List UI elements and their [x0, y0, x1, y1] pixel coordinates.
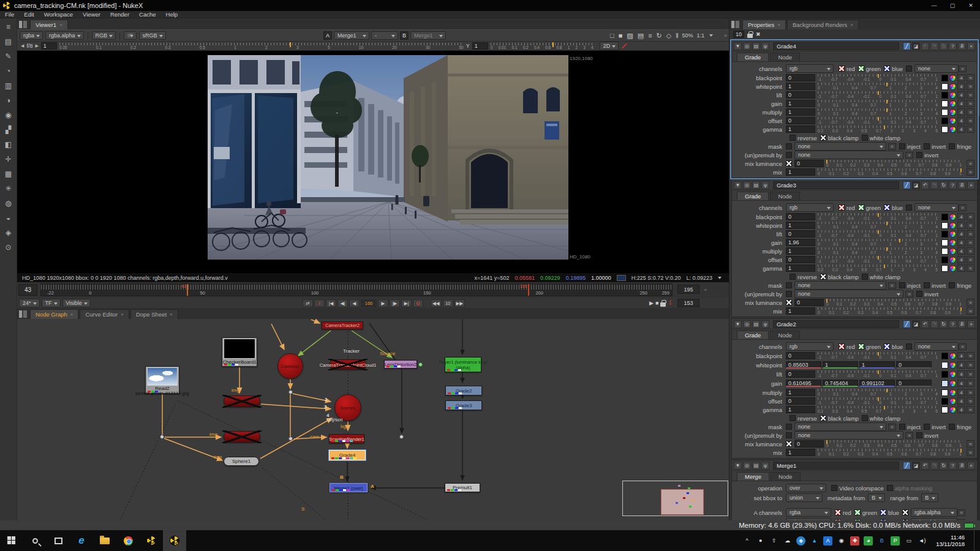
- bbox-select[interactable]: union: [786, 493, 823, 502]
- multiply-slider[interactable]: 00.10.40.71234: [818, 389, 938, 397]
- green-checkbox[interactable]: [858, 204, 864, 211]
- time-node-icon[interactable]: ◔: [2, 66, 15, 76]
- color-swatch[interactable]: [941, 231, 948, 238]
- animation-curve-button[interactable]: ≈: [967, 264, 974, 272]
- jump-back-button[interactable]: ◀◀: [431, 299, 442, 307]
- clock[interactable]: 11:46 13/11/2018: [931, 534, 970, 548]
- views-node-icon[interactable]: ◒: [2, 213, 15, 223]
- a-channels-select[interactable]: rgba: [786, 508, 831, 517]
- tab-close-icon[interactable]: ×: [777, 22, 780, 28]
- color-wheel-icon[interactable]: [949, 118, 956, 124]
- animation-curve-button[interactable]: ≈: [967, 117, 974, 124]
- panel-center-icon[interactable]: ◎: [743, 462, 751, 470]
- multi-value-button[interactable]: 4: [957, 397, 965, 405]
- offset-field[interactable]: 0: [786, 117, 815, 124]
- extra-channel-select[interactable]: none: [914, 203, 959, 212]
- wipe-icon[interactable]: ▨: [627, 32, 633, 40]
- link-button[interactable]: =: [888, 424, 896, 430]
- mask-checkbox[interactable]: [786, 143, 792, 149]
- undo-icon[interactable]: ↶: [921, 181, 929, 189]
- channels-select[interactable]: rgb: [786, 203, 834, 212]
- panel-screengrab-icon[interactable]: ▤: [752, 320, 760, 328]
- annotation-pen-icon[interactable]: [622, 43, 627, 48]
- animation-curve-button[interactable]: ≈: [967, 83, 974, 90]
- tab-close-icon[interactable]: ×: [70, 312, 74, 317]
- color-swatch[interactable]: [941, 126, 948, 133]
- lift-slider[interactable]: -1-0.7-0.4-0.100.10.40.71: [818, 230, 938, 238]
- tab-node[interactable]: Node: [770, 192, 800, 200]
- panel-center-icon[interactable]: ◎: [743, 320, 751, 328]
- node-graph-minimap[interactable]: [622, 481, 728, 516]
- display-channel-select[interactable]: RGB: [92, 31, 116, 40]
- viewer-image[interactable]: [208, 55, 568, 260]
- blackpoint-slider[interactable]: -1-0.7-0.4-0.100.10.40.71: [818, 74, 938, 82]
- mix-luminance-slider[interactable]: 00.10.20.30.40.50.60.70.80.91: [826, 299, 962, 307]
- multi-value-button[interactable]: 4: [957, 256, 965, 263]
- multi-value-button[interactable]: 4: [957, 108, 965, 116]
- lift-field[interactable]: 0: [786, 370, 815, 378]
- checker-background-icon[interactable]: ▤: [638, 32, 644, 40]
- color-swatch[interactable]: [941, 83, 948, 90]
- panel-color-icon[interactable]: ψ: [761, 42, 769, 50]
- nuke-active-taskbar-button[interactable]: [163, 530, 186, 551]
- tab-grade[interactable]: Grade: [737, 53, 769, 61]
- color-wheel-icon[interactable]: [949, 75, 956, 81]
- hidden-icons-chevron[interactable]: ^: [742, 536, 752, 545]
- multi-value-button[interactable]: 4: [957, 222, 965, 229]
- panel-screengrab-icon[interactable]: ▤: [752, 42, 760, 50]
- whitepoint-g-field[interactable]: 1: [823, 361, 858, 369]
- gamma-field[interactable]: 1: [472, 42, 488, 50]
- update-viewer-icon[interactable]: ↻: [657, 32, 662, 40]
- animation-curve-button[interactable]: ≈: [967, 222, 974, 229]
- mix-field[interactable]: 1: [786, 168, 815, 176]
- whitepoint-slider[interactable]: 00.10.40.71234: [818, 222, 938, 230]
- multi-value-button[interactable]: 4: [957, 247, 965, 255]
- fps-select[interactable]: 24*: [19, 299, 40, 307]
- multi-value-button[interactable]: 4: [957, 370, 965, 378]
- color-node-icon[interactable]: ◑: [2, 96, 15, 105]
- whitepoint-field[interactable]: 1: [786, 83, 815, 90]
- animation-curve-button[interactable]: ≈: [967, 74, 974, 81]
- gamma-slider[interactable]: 0.20.30.40.50.712345: [818, 406, 938, 414]
- lift-slider[interactable]: -1-0.7-0.4-0.100.10.40.71: [818, 91, 938, 99]
- mask-view-icon[interactable]: ◪: [912, 320, 920, 328]
- script-icon[interactable]: B: [958, 42, 966, 50]
- undo-icon[interactable]: ↶: [921, 42, 929, 50]
- color-wheel-icon[interactable]: [949, 126, 956, 133]
- help-icon[interactable]: ?: [949, 320, 957, 328]
- animation-curve-button[interactable]: ≈: [967, 449, 974, 456]
- mask-checkbox[interactable]: [786, 424, 792, 430]
- color-swatch[interactable]: [941, 257, 948, 263]
- mask-select[interactable]: none: [794, 422, 886, 431]
- menu-workspace[interactable]: Workspace: [39, 11, 78, 18]
- animation-curve-button[interactable]: ≈: [967, 361, 974, 369]
- alpha-checkbox[interactable]: [906, 204, 912, 211]
- alt-range-field[interactable]: 153: [677, 299, 699, 307]
- menu-help[interactable]: Help: [161, 11, 183, 18]
- jump-forward-button[interactable]: ▶▶: [454, 299, 466, 307]
- close-panel-icon[interactable]: ×: [967, 42, 975, 50]
- menu-viewer[interactable]: Viewer: [78, 11, 105, 18]
- particles-node-icon[interactable]: ✳: [2, 184, 15, 193]
- range-from-select[interactable]: B: [921, 493, 938, 502]
- gamma-slider[interactable]: 0.20.30.40.50.712345: [818, 264, 938, 272]
- tab-close-icon[interactable]: ×: [850, 22, 853, 28]
- tab-dope-sheet[interactable]: Dope Sheet×: [130, 309, 178, 319]
- node-cameratracker2[interactable]: CameraTracker2: [322, 321, 363, 329]
- panel-color-icon[interactable]: ψ: [761, 462, 769, 470]
- blackpoint-slider[interactable]: -1-0.7-0.4-0.100.10.40.71: [818, 352, 938, 360]
- video-colorspace-checkbox[interactable]: [831, 485, 837, 491]
- unpremult-checkbox[interactable]: [786, 291, 792, 297]
- goto-start-button[interactable]: |◀: [326, 299, 336, 307]
- gain-r-field[interactable]: 0.610495: [786, 380, 821, 387]
- red-checkbox[interactable]: [839, 343, 845, 350]
- whitepoint-r-field[interactable]: 0.85603: [786, 361, 821, 369]
- whitepoint-a-field[interactable]: 0: [896, 361, 932, 369]
- plantronics-icon[interactable]: P: [891, 536, 900, 545]
- gain-g-field[interactable]: 0.745404: [823, 380, 858, 387]
- white-clamp-checkbox[interactable]: [862, 415, 868, 421]
- file-explorer-button[interactable]: [93, 530, 116, 551]
- color-wheel-icon[interactable]: [949, 407, 956, 413]
- blue-checkbox[interactable]: [884, 204, 890, 211]
- animation-curve-button[interactable]: ≈: [967, 389, 974, 396]
